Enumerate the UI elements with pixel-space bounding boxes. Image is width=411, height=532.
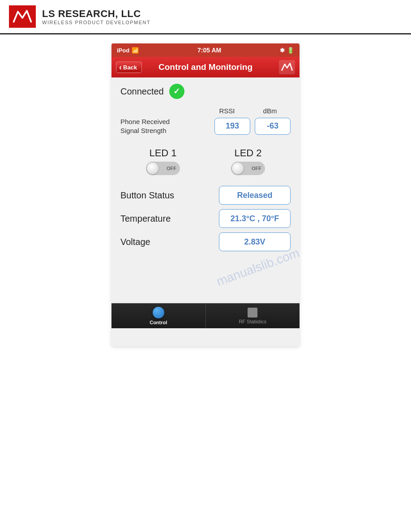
nav-bar: Back Control and Monitoring (111, 57, 300, 77)
device-name: iPod (117, 47, 129, 54)
battery-icon: 🔋 (287, 47, 294, 54)
temperature-row: Temperature 21.3°C , 70°F (120, 209, 291, 228)
page-header: LS RESEARCH, LLC WIRELESS PRODUCT DEVELO… (0, 0, 411, 34)
led2-off-label: OFF (252, 166, 261, 171)
rssi-values: 193 -63 (214, 118, 291, 135)
button-status-value: Released (219, 186, 291, 205)
company-logo (9, 5, 36, 28)
connected-label: Connected (120, 86, 164, 97)
led1-off-label: OFF (167, 166, 176, 171)
nav-logo (279, 60, 295, 74)
back-button[interactable]: Back (116, 61, 142, 73)
led1-item: LED 1 OFF (146, 147, 180, 175)
content-area: iPod 📶 7:05 AM ✱ 🔋 Back Control and Moni… (0, 34, 411, 373)
voltage-label: Voltage (120, 237, 150, 247)
rf-stats-tab-label: RF Statistics (239, 319, 266, 324)
status-time: 7:05 AM (197, 47, 221, 54)
connected-check-icon: ✓ (169, 84, 184, 99)
status-left: iPod 📶 (117, 47, 139, 54)
temperature-label: Temperature (120, 214, 171, 224)
rssi-headers: RSSI dBm (120, 107, 291, 115)
spacer (111, 258, 300, 303)
control-tab-icon (153, 307, 164, 318)
led1-toggle[interactable]: OFF (146, 162, 180, 175)
led1-knob (147, 163, 158, 174)
dbm-value-box: -63 (255, 118, 291, 135)
led2-item: LED 2 OFF (231, 147, 265, 175)
company-info: LS RESEARCH, LLC WIRELESS PRODUCT DEVELO… (42, 8, 150, 25)
button-status-row: Button Status Released (120, 186, 291, 205)
button-status-label: Button Status (120, 190, 174, 201)
led1-label: LED 1 (149, 147, 176, 159)
led2-label: LED 2 (234, 147, 261, 159)
rssi-value-box: 193 (214, 118, 250, 135)
wifi-icon: 📶 (132, 47, 139, 54)
bluetooth-icon: ✱ (280, 47, 285, 54)
tab-control[interactable]: Control (111, 304, 206, 328)
tab-rf-statistics[interactable]: RF Statistics (206, 304, 300, 328)
control-tab-label: Control (150, 320, 167, 325)
status-bar: iPod 📶 7:05 AM ✱ 🔋 (111, 43, 300, 57)
led2-knob (232, 163, 244, 174)
status-right: ✱ 🔋 (280, 47, 294, 54)
nav-title: Control and Monitoring (158, 62, 253, 72)
data-section: Button Status Released Temperature 21.3°… (111, 183, 300, 258)
rssi-data-row: Phone Received Signal Strength 193 -63 (120, 117, 291, 135)
company-subtitle: WIRELESS PRODUCT DEVELOPMENT (42, 20, 150, 25)
voltage-row: Voltage 2.83V (120, 232, 291, 251)
iphone-frame: iPod 📶 7:05 AM ✱ 🔋 Back Control and Moni… (111, 43, 300, 346)
company-name: LS RESEARCH, LLC (42, 8, 150, 20)
dbm-col-header: dBm (252, 107, 288, 115)
led-section: LED 1 OFF LED 2 OFF (111, 142, 300, 183)
temperature-value: 21.3°C , 70°F (219, 209, 291, 228)
rf-stats-tab-icon (248, 308, 257, 317)
led2-toggle[interactable]: OFF (231, 162, 265, 175)
led-row: LED 1 OFF LED 2 OFF (120, 147, 291, 175)
rssi-row-label: Phone Received Signal Strength (120, 117, 183, 135)
voltage-value: 2.83V (219, 232, 291, 251)
rssi-section: RSSI dBm Phone Received Signal Strength … (111, 103, 300, 142)
tab-bar: Control RF Statistics (111, 303, 300, 328)
rssi-col-header: RSSI (209, 107, 245, 115)
content-wrapper: iPod 📶 7:05 AM ✱ 🔋 Back Control and Moni… (111, 43, 300, 346)
connected-row: Connected ✓ (111, 77, 300, 103)
app-body: Connected ✓ RSSI dBm Phone Received Sign… (111, 77, 300, 346)
